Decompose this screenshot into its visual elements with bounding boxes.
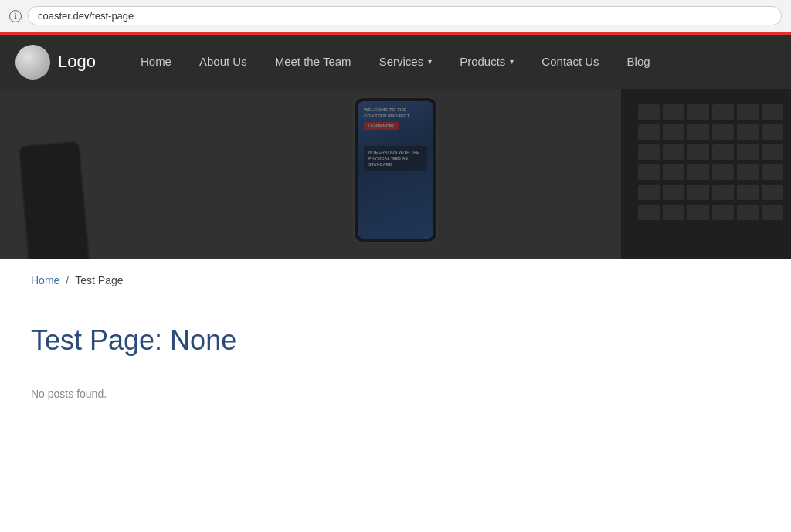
hero-section: WELCOME TO THE COASTER PROJECT LEARN MOR… — [0, 89, 791, 259]
nav-item-about: About Us — [185, 35, 261, 89]
nav-link-about[interactable]: About Us — [185, 35, 261, 89]
no-posts-text: No posts found. — [31, 388, 760, 400]
chevron-down-icon: ▾ — [510, 35, 514, 89]
breadcrumb-current: Test Page — [75, 274, 123, 286]
nav-link-blog[interactable]: Blog — [613, 35, 664, 89]
breadcrumb-home-link[interactable]: Home — [31, 274, 59, 286]
nav-item-blog: Blog — [613, 35, 664, 89]
breadcrumb-separator: / — [66, 274, 69, 286]
nav-item-services: Services ▾ — [365, 35, 446, 89]
nav-link-team[interactable]: Meet the Team — [261, 35, 365, 89]
nav-item-contact: Contact Us — [528, 35, 613, 89]
info-icon: ℹ — [9, 10, 22, 22]
nav-item-home: Home — [127, 35, 185, 89]
nav-item-team: Meet the Team — [261, 35, 365, 89]
main-content: Test Page: None No posts found. — [0, 293, 791, 446]
hero-overlay — [0, 89, 791, 259]
nav-link-contact[interactable]: Contact Us — [528, 35, 613, 89]
nav-link-products[interactable]: Products ▾ — [446, 35, 528, 89]
navbar-nav: Home About Us Meet the Team Services ▾ P… — [127, 35, 664, 89]
page-title: Test Page: None — [31, 324, 760, 357]
logo-circle — [15, 45, 50, 80]
nav-link-services[interactable]: Services ▾ — [365, 35, 446, 89]
logo-text: Logo — [58, 52, 96, 72]
nav-link-home[interactable]: Home — [127, 35, 185, 89]
browser-chrome: ℹ coaster.dev/test-page — [0, 0, 791, 32]
chevron-down-icon: ▾ — [428, 35, 432, 89]
breadcrumb-section: Home / Test Page — [0, 259, 791, 293]
navbar: Logo Home About Us Meet the Team Service… — [0, 35, 791, 89]
navbar-brand[interactable]: Logo — [15, 45, 96, 80]
breadcrumb: Home / Test Page — [31, 274, 760, 286]
nav-item-products: Products ▾ — [446, 35, 528, 89]
url-bar[interactable]: coaster.dev/test-page — [28, 6, 782, 25]
